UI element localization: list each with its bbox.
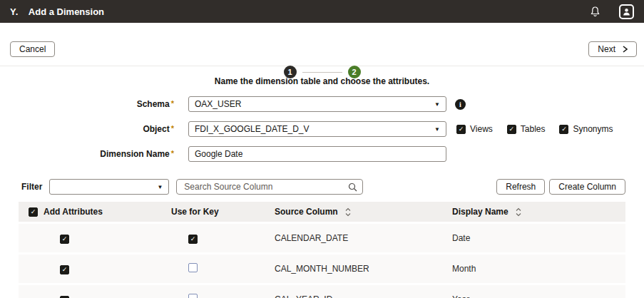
object-type-label: Tables: [521, 124, 546, 134]
display-name-cell: Year: [446, 294, 625, 298]
required-marker: *: [171, 149, 174, 158]
dimension-form: Schema* OAX_USER ▼ i Object* FDI_X_GOOGL…: [0, 96, 644, 162]
source-column-cell: CAL_YEAR_ID: [272, 294, 446, 298]
dimension-name-input[interactable]: [188, 146, 446, 162]
display-name-cell: Date: [446, 233, 625, 243]
filter-select[interactable]: ▼: [49, 179, 169, 195]
refresh-button[interactable]: Refresh: [496, 179, 545, 195]
use-for-key-header: Use for Key: [161, 207, 272, 217]
stepper-connector: [302, 72, 342, 73]
object-type-filter[interactable]: Tables: [507, 124, 546, 134]
object-type-checkbox[interactable]: [559, 125, 568, 134]
object-row: Object* FDI_X_GOOGLE_DATE_D_V ▼ Views Ta…: [0, 121, 644, 137]
sort-icon[interactable]: [516, 207, 521, 217]
object-select[interactable]: FDI_X_GOOGLE_DATE_D_V ▼: [188, 121, 446, 137]
table-header-row: Add Attributes Use for Key Source Column…: [19, 202, 625, 222]
app-logo-icon: Y.: [10, 6, 19, 17]
object-label: Object*: [0, 124, 178, 134]
object-type-filters: Views Tables Synonyms: [456, 124, 613, 134]
add-attribute-checkbox[interactable]: [60, 235, 69, 244]
chevron-down-icon: ▼: [434, 101, 440, 108]
header-actions: [590, 4, 634, 19]
app-header: Y. Add a Dimension: [0, 0, 644, 23]
attributes-table: Add Attributes Use for Key Source Column…: [19, 202, 625, 298]
schema-select[interactable]: OAX_USER ▼: [188, 96, 446, 112]
object-type-label: Synonyms: [573, 124, 613, 134]
table-row: CAL_YEAR_ID Year: [19, 285, 625, 298]
dimension-name-row: Dimension Name*: [0, 146, 644, 162]
object-type-label: Views: [470, 124, 493, 134]
object-type-filter[interactable]: Views: [456, 124, 493, 134]
filter-bar: Filter ▼ Refresh Create Column: [21, 179, 625, 195]
notifications-bell-icon[interactable]: [590, 6, 600, 17]
add-attributes-header: Add Attributes: [44, 207, 103, 217]
search-icon: [348, 182, 357, 195]
schema-row: Schema* OAX_USER ▼ i: [0, 96, 644, 112]
use-for-key-checkbox[interactable]: [188, 235, 198, 244]
search-wrap: [176, 179, 363, 195]
user-avatar-icon: [619, 4, 634, 19]
display-name-cell: Month: [446, 264, 625, 274]
required-marker: *: [171, 99, 174, 108]
sort-icon[interactable]: [345, 207, 351, 217]
required-marker: *: [171, 124, 174, 133]
search-source-column-input[interactable]: [176, 179, 363, 195]
add-attribute-checkbox[interactable]: [60, 265, 69, 274]
table-body: CALENDAR_DATE Date CAL_MONTH_NUMBER Mont…: [19, 224, 625, 298]
table-row: CALENDAR_DATE Date: [19, 224, 625, 252]
use-for-key-checkbox[interactable]: [188, 294, 198, 298]
step-2-indicator[interactable]: 2: [348, 66, 361, 78]
next-button[interactable]: Next: [588, 41, 637, 57]
table-row: CAL_MONTH_NUMBER Month: [19, 255, 625, 283]
page-title: Add a Dimension: [29, 6, 104, 17]
add-attribute-checkbox[interactable]: [60, 296, 69, 298]
create-column-button[interactable]: Create Column: [549, 179, 625, 195]
cancel-button[interactable]: Cancel: [10, 41, 55, 57]
wizard-toolbar: Cancel 1 2 Next: [0, 23, 644, 66]
use-for-key-checkbox[interactable]: [188, 263, 198, 272]
object-select-value: FDI_X_GOOGLE_DATE_D_V: [195, 124, 310, 134]
schema-info-icon[interactable]: i: [455, 99, 466, 110]
step-1-indicator[interactable]: 1: [284, 66, 297, 78]
schema-select-value: OAX_USER: [195, 99, 241, 109]
source-column-cell: CAL_MONTH_NUMBER: [272, 264, 446, 274]
display-name-header: Display Name: [452, 207, 508, 217]
object-type-filter[interactable]: Synonyms: [559, 124, 613, 134]
user-avatar-button[interactable]: [619, 4, 634, 19]
chevron-down-icon: ▼: [434, 126, 440, 133]
wizard-stepper: 1 2: [284, 66, 361, 78]
select-all-attributes-checkbox[interactable]: [29, 207, 38, 217]
source-column-cell: CALENDAR_DATE: [272, 233, 446, 243]
dimension-name-label: Dimension Name*: [0, 149, 178, 159]
schema-label: Schema*: [0, 99, 178, 109]
object-type-checkbox[interactable]: [507, 125, 516, 134]
object-type-checkbox[interactable]: [456, 125, 466, 134]
next-button-label: Next: [598, 44, 615, 54]
chevron-down-icon: ▼: [157, 184, 163, 190]
filter-label: Filter: [21, 182, 42, 192]
source-column-header: Source Column: [275, 207, 338, 217]
chevron-right-icon: [623, 46, 628, 53]
